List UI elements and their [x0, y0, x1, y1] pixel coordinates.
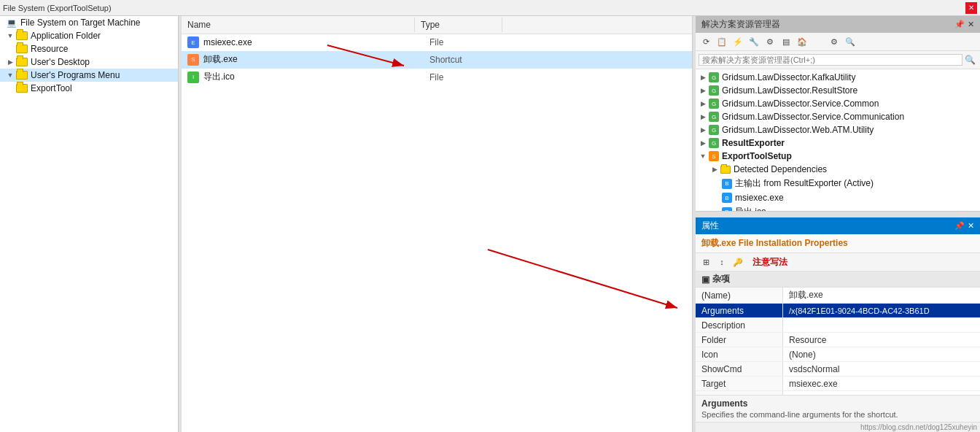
sol-item-resultstore[interactable]: ▶ G Gridsum.LawDissector.ResultStore	[696, 84, 980, 97]
expand-export-setup[interactable]: ▼	[699, 152, 707, 161]
tree-export-tool[interactable]: ExportTool	[0, 82, 178, 95]
expand-detected-deps[interactable]: ▶	[710, 165, 719, 174]
sol-icon-ico-sol: B	[722, 207, 732, 212]
file-icon-msiexec: E	[187, 36, 199, 48]
file-name-uninstall: 卸载.exe	[203, 53, 429, 66]
sol-icon-export-setup: S	[709, 151, 719, 161]
sol-item-export-setup[interactable]: ▼ S ExportToolSetup	[696, 150, 980, 163]
expand-service-common[interactable]: ▶	[699, 99, 707, 108]
prop-close-icon[interactable]: ✕	[968, 221, 974, 231]
sol-close-icon[interactable]: ✕	[968, 20, 974, 29]
properties-toolbar: ⊞ ↕ 🔑 注意写法	[696, 253, 980, 271]
toolbar-btn-8[interactable]: ⚙	[827, 34, 841, 49]
prop-value-folder: Resource	[783, 333, 980, 347]
toolbar-btn-2[interactable]: 📋	[715, 34, 729, 49]
tree-root[interactable]: 💻 File System on Target Machine	[0, 16, 178, 29]
prop-group-label: 杂项	[712, 273, 730, 285]
close-button[interactable]: ✕	[965, 2, 977, 14]
toolbar-btn-3[interactable]: ⚡	[731, 34, 745, 49]
file-name-ico: 导出.ico	[203, 71, 429, 83]
expand-kafka[interactable]: ▶	[699, 73, 707, 82]
sol-item-web-atm[interactable]: ▶ G Gridsum.LawDissector.Web.ATM.Utility	[696, 123, 980, 136]
note-text: 注意写法	[752, 256, 788, 269]
tree-users-programs[interactable]: ▼ User's Programs Menu	[0, 69, 178, 82]
expand-icon-programs[interactable]: ▼	[6, 71, 15, 80]
prop-toolbar-btn-1[interactable]: ⊞	[699, 255, 713, 269]
file-icon-uninstall: S	[187, 54, 199, 66]
file-row-msiexec[interactable]: E msiexec.exe File	[182, 34, 692, 51]
prop-toolbar-btn-3[interactable]: 🔑	[731, 255, 745, 269]
prop-subtitle-suffix: File Installation Properties	[739, 238, 848, 248]
expand-icon-desktop[interactable]: ▶	[6, 58, 15, 66]
sol-icon-service-common: G	[709, 99, 719, 109]
prop-row-showcmd[interactable]: ShowCmd vsdscNormal	[696, 362, 980, 377]
prop-row-folder[interactable]: Folder Resource	[696, 333, 980, 347]
col-header-type[interactable]: Type	[415, 18, 502, 32]
sol-item-service-comm[interactable]: ▶ G Gridsum.LawDissector.Service.Communi…	[696, 110, 980, 123]
sol-icon-service-comm: G	[709, 112, 719, 122]
sol-label-service-comm: Gridsum.LawDissector.Service.Communicati…	[722, 112, 904, 122]
sol-label-kafka: Gridsum.LawDissector.KafkaUtility	[722, 72, 855, 82]
toolbar-btn-9[interactable]: 🔍	[843, 34, 858, 49]
sol-icon-result-exporter: G	[709, 138, 719, 148]
toolbar-btn-1[interactable]: ⟳	[699, 34, 713, 49]
tree-app-folder[interactable]: ▼ Application Folder	[0, 29, 178, 42]
file-row-uninstall[interactable]: S 卸载.exe Shortcut	[182, 51, 692, 69]
solution-explorer-label: 解决方案资源管理器	[701, 18, 780, 31]
middle-panel: Name Type E msiexec.exe File S 卸载.exe Sh…	[182, 16, 693, 432]
prop-value-arguments: /x{842F1E01-9024-4BCD-AC42-3B61D	[783, 304, 980, 317]
expand-result-exporter[interactable]: ▶	[699, 139, 707, 147]
toolbar-btn-7[interactable]: 🏠	[795, 34, 809, 49]
file-name-msiexec: msiexec.exe	[203, 37, 429, 47]
folder-icon-app	[16, 31, 28, 40]
tree-root-label: File System on Target Machine	[20, 18, 141, 28]
sol-item-msiexec-sol[interactable]: B msiexec.exe	[696, 191, 980, 204]
pin-icon[interactable]: 📌	[954, 20, 965, 29]
prop-footer-description: Specifies the command-line arguments for…	[701, 410, 974, 419]
prop-name-showcmd: ShowCmd	[696, 362, 783, 376]
prop-toolbar-btn-2[interactable]: ↕	[715, 255, 729, 269]
properties-footer: Arguments Specifies the command-line arg…	[696, 395, 980, 422]
sol-item-kafka[interactable]: ▶ G Gridsum.LawDissector.KafkaUtility	[696, 71, 980, 84]
prop-row-target[interactable]: Target msiexec.exe	[696, 377, 980, 391]
sol-item-detected-deps[interactable]: ▶ Detected Dependencies	[696, 163, 980, 176]
export-tool-label: ExportTool	[31, 83, 72, 93]
tree-resource[interactable]: Resource	[0, 42, 178, 55]
users-programs-label: User's Programs Menu	[31, 70, 120, 80]
resource-label: Resource	[31, 44, 68, 54]
prop-name-target: Target	[696, 377, 783, 390]
prop-row-icon[interactable]: Icon (None)	[696, 347, 980, 362]
toolbar-btn-6[interactable]: ▤	[779, 34, 793, 49]
file-row-ico[interactable]: I 导出.ico File	[182, 69, 692, 86]
search-button[interactable]: 🔍	[962, 53, 977, 67]
prop-row-name[interactable]: (Name) 卸载.exe	[696, 288, 980, 304]
sol-icon-kafka: G	[709, 72, 719, 82]
expand-icon-app[interactable]: ▼	[6, 31, 15, 40]
prop-row-arguments[interactable]: Arguments /x{842F1E01-9024-4BCD-AC42-3B6…	[696, 304, 980, 318]
sol-icon-msiexec-sol: B	[722, 193, 732, 203]
toolbar-btn-5[interactable]: ⚙	[763, 34, 777, 49]
sol-item-service-common[interactable]: ▶ G Gridsum.LawDissector.Service.Common	[696, 97, 980, 110]
sol-label-web-atm: Gridsum.LawDissector.Web.ATM.Utility	[722, 125, 874, 135]
sol-icon-main-output: B	[722, 179, 732, 189]
sol-icon-detected-deps	[720, 166, 731, 174]
expand-resultstore[interactable]: ▶	[699, 86, 707, 95]
prop-row-description[interactable]: Description	[696, 318, 980, 333]
prop-footer-title: Arguments	[701, 398, 974, 409]
sol-item-ico-sol[interactable]: B 导出.ico	[696, 204, 980, 211]
prop-pin-icon[interactable]: 📌	[954, 221, 965, 231]
prop-value-showcmd: vsdscNormal	[783, 362, 980, 376]
solution-scrollbar[interactable]	[696, 212, 980, 217]
sol-item-result-exporter[interactable]: ▶ G ResultExporter	[696, 136, 980, 150]
sol-item-main-output[interactable]: B 主输出 from ResultExporter (Active)	[696, 176, 980, 191]
expand-web-atm[interactable]: ▶	[699, 126, 707, 134]
tree-users-desktop[interactable]: ▶ User's Desktop	[0, 55, 178, 69]
col-header-name[interactable]: Name	[182, 18, 415, 32]
watermark: https://blog.csdn.net/dog125xuheyin	[696, 422, 980, 432]
search-input[interactable]	[699, 54, 962, 66]
folder-icon-desktop	[16, 58, 28, 66]
expand-service-comm[interactable]: ▶	[699, 112, 707, 121]
toolbar-btn-4[interactable]: 🔧	[747, 34, 761, 49]
solution-explorer-title: 解决方案资源管理器 📌 ✕	[696, 16, 980, 33]
file-type-uninstall: Shortcut	[429, 55, 517, 65]
